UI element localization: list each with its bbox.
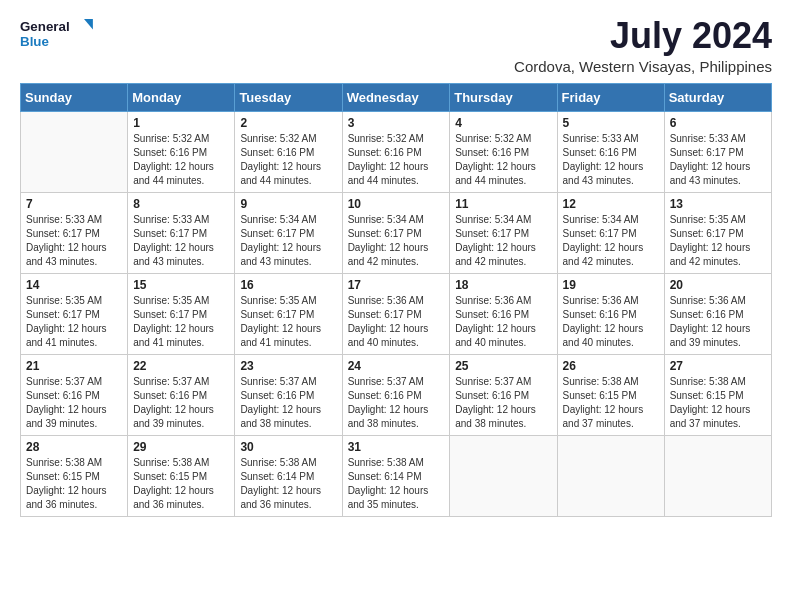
- day-info: Sunrise: 5:35 AM Sunset: 6:17 PM Dayligh…: [133, 294, 229, 350]
- day-info: Sunrise: 5:37 AM Sunset: 6:16 PM Dayligh…: [26, 375, 122, 431]
- day-number: 25: [455, 359, 551, 373]
- day-info: Sunrise: 5:33 AM Sunset: 6:17 PM Dayligh…: [133, 213, 229, 269]
- day-number: 4: [455, 116, 551, 130]
- calendar-cell: 18Sunrise: 5:36 AM Sunset: 6:16 PM Dayli…: [450, 273, 557, 354]
- calendar-cell: 1Sunrise: 5:32 AM Sunset: 6:16 PM Daylig…: [128, 111, 235, 192]
- calendar-cell: 29Sunrise: 5:38 AM Sunset: 6:15 PM Dayli…: [128, 435, 235, 516]
- day-number: 31: [348, 440, 445, 454]
- header-row: SundayMondayTuesdayWednesdayThursdayFrid…: [21, 83, 772, 111]
- day-info: Sunrise: 5:33 AM Sunset: 6:16 PM Dayligh…: [563, 132, 659, 188]
- header-thursday: Thursday: [450, 83, 557, 111]
- logo-svg: General Blue: [20, 16, 100, 52]
- day-number: 6: [670, 116, 766, 130]
- day-number: 16: [240, 278, 336, 292]
- day-number: 9: [240, 197, 336, 211]
- day-info: Sunrise: 5:36 AM Sunset: 6:16 PM Dayligh…: [563, 294, 659, 350]
- header-tuesday: Tuesday: [235, 83, 342, 111]
- day-number: 15: [133, 278, 229, 292]
- day-number: 2: [240, 116, 336, 130]
- header-friday: Friday: [557, 83, 664, 111]
- day-number: 17: [348, 278, 445, 292]
- calendar-cell: 11Sunrise: 5:34 AM Sunset: 6:17 PM Dayli…: [450, 192, 557, 273]
- day-info: Sunrise: 5:35 AM Sunset: 6:17 PM Dayligh…: [240, 294, 336, 350]
- day-number: 1: [133, 116, 229, 130]
- day-info: Sunrise: 5:38 AM Sunset: 6:15 PM Dayligh…: [26, 456, 122, 512]
- svg-text:Blue: Blue: [20, 34, 49, 49]
- day-number: 24: [348, 359, 445, 373]
- calendar-cell: 21Sunrise: 5:37 AM Sunset: 6:16 PM Dayli…: [21, 354, 128, 435]
- day-number: 14: [26, 278, 122, 292]
- day-info: Sunrise: 5:34 AM Sunset: 6:17 PM Dayligh…: [455, 213, 551, 269]
- day-info: Sunrise: 5:34 AM Sunset: 6:17 PM Dayligh…: [240, 213, 336, 269]
- header-saturday: Saturday: [664, 83, 771, 111]
- calendar-cell: 22Sunrise: 5:37 AM Sunset: 6:16 PM Dayli…: [128, 354, 235, 435]
- day-info: Sunrise: 5:36 AM Sunset: 6:16 PM Dayligh…: [455, 294, 551, 350]
- calendar-cell: 17Sunrise: 5:36 AM Sunset: 6:17 PM Dayli…: [342, 273, 450, 354]
- day-info: Sunrise: 5:34 AM Sunset: 6:17 PM Dayligh…: [563, 213, 659, 269]
- day-info: Sunrise: 5:38 AM Sunset: 6:14 PM Dayligh…: [348, 456, 445, 512]
- day-info: Sunrise: 5:37 AM Sunset: 6:16 PM Dayligh…: [133, 375, 229, 431]
- calendar-cell: 20Sunrise: 5:36 AM Sunset: 6:16 PM Dayli…: [664, 273, 771, 354]
- week-row-2: 14Sunrise: 5:35 AM Sunset: 6:17 PM Dayli…: [21, 273, 772, 354]
- calendar-cell: 4Sunrise: 5:32 AM Sunset: 6:16 PM Daylig…: [450, 111, 557, 192]
- calendar-cell: 27Sunrise: 5:38 AM Sunset: 6:15 PM Dayli…: [664, 354, 771, 435]
- header-monday: Monday: [128, 83, 235, 111]
- day-number: 20: [670, 278, 766, 292]
- day-number: 22: [133, 359, 229, 373]
- header-wednesday: Wednesday: [342, 83, 450, 111]
- calendar-cell: 23Sunrise: 5:37 AM Sunset: 6:16 PM Dayli…: [235, 354, 342, 435]
- day-info: Sunrise: 5:37 AM Sunset: 6:16 PM Dayligh…: [348, 375, 445, 431]
- calendar-cell: 2Sunrise: 5:32 AM Sunset: 6:16 PM Daylig…: [235, 111, 342, 192]
- day-number: 29: [133, 440, 229, 454]
- day-number: 28: [26, 440, 122, 454]
- svg-text:General: General: [20, 19, 70, 34]
- logo: General Blue: [20, 16, 100, 52]
- day-number: 12: [563, 197, 659, 211]
- week-row-0: 1Sunrise: 5:32 AM Sunset: 6:16 PM Daylig…: [21, 111, 772, 192]
- day-number: 5: [563, 116, 659, 130]
- location: Cordova, Western Visayas, Philippines: [514, 58, 772, 75]
- week-row-3: 21Sunrise: 5:37 AM Sunset: 6:16 PM Dayli…: [21, 354, 772, 435]
- calendar-cell: 19Sunrise: 5:36 AM Sunset: 6:16 PM Dayli…: [557, 273, 664, 354]
- calendar-cell: 31Sunrise: 5:38 AM Sunset: 6:14 PM Dayli…: [342, 435, 450, 516]
- day-info: Sunrise: 5:38 AM Sunset: 6:15 PM Dayligh…: [670, 375, 766, 431]
- day-number: 27: [670, 359, 766, 373]
- day-number: 23: [240, 359, 336, 373]
- day-info: Sunrise: 5:38 AM Sunset: 6:15 PM Dayligh…: [133, 456, 229, 512]
- day-number: 30: [240, 440, 336, 454]
- calendar-cell: [664, 435, 771, 516]
- day-info: Sunrise: 5:32 AM Sunset: 6:16 PM Dayligh…: [240, 132, 336, 188]
- day-number: 26: [563, 359, 659, 373]
- calendar: SundayMondayTuesdayWednesdayThursdayFrid…: [20, 83, 772, 517]
- day-info: Sunrise: 5:33 AM Sunset: 6:17 PM Dayligh…: [670, 132, 766, 188]
- calendar-cell: 12Sunrise: 5:34 AM Sunset: 6:17 PM Dayli…: [557, 192, 664, 273]
- calendar-cell: 7Sunrise: 5:33 AM Sunset: 6:17 PM Daylig…: [21, 192, 128, 273]
- header-sunday: Sunday: [21, 83, 128, 111]
- day-info: Sunrise: 5:37 AM Sunset: 6:16 PM Dayligh…: [240, 375, 336, 431]
- day-number: 7: [26, 197, 122, 211]
- day-number: 13: [670, 197, 766, 211]
- day-info: Sunrise: 5:36 AM Sunset: 6:17 PM Dayligh…: [348, 294, 445, 350]
- calendar-cell: 24Sunrise: 5:37 AM Sunset: 6:16 PM Dayli…: [342, 354, 450, 435]
- calendar-cell: 8Sunrise: 5:33 AM Sunset: 6:17 PM Daylig…: [128, 192, 235, 273]
- calendar-cell: [557, 435, 664, 516]
- title-block: July 2024 Cordova, Western Visayas, Phil…: [514, 16, 772, 75]
- calendar-cell: 10Sunrise: 5:34 AM Sunset: 6:17 PM Dayli…: [342, 192, 450, 273]
- calendar-cell: [21, 111, 128, 192]
- calendar-cell: 25Sunrise: 5:37 AM Sunset: 6:16 PM Dayli…: [450, 354, 557, 435]
- day-info: Sunrise: 5:32 AM Sunset: 6:16 PM Dayligh…: [455, 132, 551, 188]
- day-info: Sunrise: 5:38 AM Sunset: 6:14 PM Dayligh…: [240, 456, 336, 512]
- calendar-cell: 16Sunrise: 5:35 AM Sunset: 6:17 PM Dayli…: [235, 273, 342, 354]
- day-number: 8: [133, 197, 229, 211]
- calendar-cell: 6Sunrise: 5:33 AM Sunset: 6:17 PM Daylig…: [664, 111, 771, 192]
- calendar-cell: 30Sunrise: 5:38 AM Sunset: 6:14 PM Dayli…: [235, 435, 342, 516]
- calendar-cell: 5Sunrise: 5:33 AM Sunset: 6:16 PM Daylig…: [557, 111, 664, 192]
- calendar-cell: [450, 435, 557, 516]
- day-info: Sunrise: 5:34 AM Sunset: 6:17 PM Dayligh…: [348, 213, 445, 269]
- day-info: Sunrise: 5:35 AM Sunset: 6:17 PM Dayligh…: [670, 213, 766, 269]
- day-info: Sunrise: 5:32 AM Sunset: 6:16 PM Dayligh…: [348, 132, 445, 188]
- week-row-4: 28Sunrise: 5:38 AM Sunset: 6:15 PM Dayli…: [21, 435, 772, 516]
- day-info: Sunrise: 5:32 AM Sunset: 6:16 PM Dayligh…: [133, 132, 229, 188]
- day-number: 21: [26, 359, 122, 373]
- day-info: Sunrise: 5:36 AM Sunset: 6:16 PM Dayligh…: [670, 294, 766, 350]
